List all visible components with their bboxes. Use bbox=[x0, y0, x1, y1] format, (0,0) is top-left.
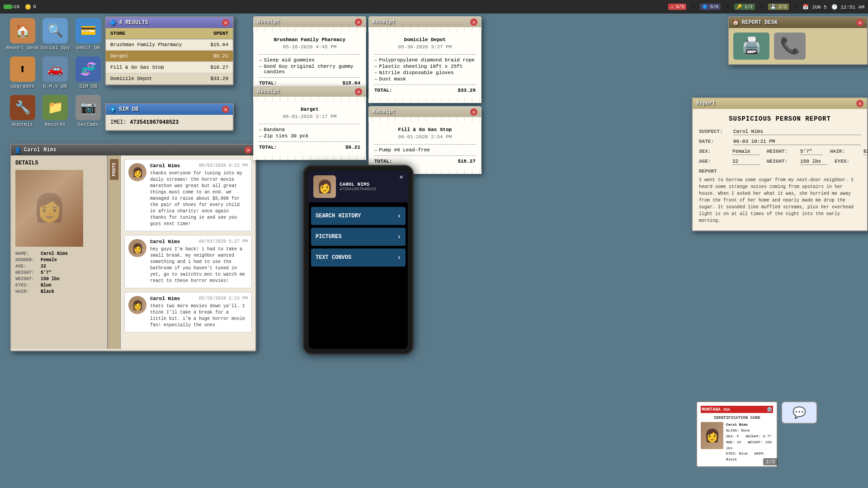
search-results-close[interactable]: ✕ bbox=[222, 19, 229, 26]
domicile-close[interactable]: ✕ bbox=[470, 19, 477, 26]
darget-title: Receipt bbox=[257, 89, 280, 95]
brushman-store-name: Brushman Family Pharmacy bbox=[259, 37, 360, 42]
message-bubble[interactable]: 💬 bbox=[781, 401, 817, 424]
darget-titlebar[interactable]: Receipt ✕ bbox=[254, 86, 366, 97]
suspicious-report-main-title: SUSPICIOUS PERSON REPORT bbox=[699, 115, 861, 122]
domicile-jagged-bottom bbox=[368, 99, 481, 103]
icon-report-desk[interactable]: 🏠 Report Desk bbox=[5, 18, 41, 51]
darget-item-2: –Zip ties 30 pck bbox=[259, 133, 360, 139]
phone-menu-pictures[interactable]: PICTURES › bbox=[311, 228, 406, 246]
details-heading: DETAILS bbox=[15, 160, 103, 166]
fillgo-title: Receipt bbox=[373, 109, 395, 115]
fillgo-item-1: –Pump #6 Lead-free bbox=[374, 147, 476, 153]
id-age: AGE: 22 WEIGHT: 150 lbs bbox=[726, 440, 773, 451]
table-row[interactable]: Darget$6.21 bbox=[106, 51, 233, 62]
brushman-title: Receipt bbox=[257, 19, 280, 25]
darget-close[interactable]: ✕ bbox=[355, 88, 362, 95]
icon-records[interactable]: 📁 Records bbox=[37, 95, 73, 127]
phone-menu-search-history[interactable]: SEARCH HISTORY › bbox=[311, 207, 406, 225]
tab-posts[interactable]: POSTS bbox=[110, 159, 118, 180]
fillgo-close[interactable]: ✕ bbox=[470, 108, 477, 116]
icon-debit-db[interactable]: 💳 Debit DB bbox=[70, 18, 106, 51]
sim-db-titlebar[interactable]: 💠 SIM DB ✕ bbox=[106, 104, 233, 115]
report-desk-title: 🏠 REPORT DESK bbox=[732, 19, 778, 26]
age-value: 22 bbox=[732, 159, 760, 165]
carol-titlebar[interactable]: 👤 Carol Nims ✕ bbox=[11, 145, 255, 155]
chevron-right-icon-3: › bbox=[397, 254, 401, 261]
time-display: 🕐 12:51 AM bbox=[831, 4, 864, 10]
id-name: Carol Nims bbox=[726, 422, 773, 428]
id-photo: 👩 bbox=[701, 422, 723, 449]
icon-seccams[interactable]: 📷 SecCams bbox=[70, 95, 106, 127]
fillgo-content: Fill & Go Gas Stop 06-01-2020 2:54 PM –P… bbox=[369, 122, 481, 169]
hair-value: Black bbox=[863, 149, 868, 155]
age-field: AGE: 22 bbox=[699, 159, 760, 165]
eyes-field: EYES: Blue bbox=[835, 159, 868, 165]
icon-dmv-db[interactable]: 🚗 D.M.V DB bbox=[37, 56, 73, 89]
fillgo-jagged-top bbox=[368, 117, 481, 122]
domicile-item-3: –Nitrile disposable gloves bbox=[374, 70, 476, 75]
date-label: DATE: bbox=[699, 139, 731, 144]
fillgo-titlebar[interactable]: Receipt ✕ bbox=[369, 107, 481, 117]
post-item: 👩 Carol Nims 06/03/2020 9:22 PM thanks e… bbox=[124, 159, 252, 231]
pagination: 1/2 bbox=[763, 458, 778, 465]
top-bar-right: ⚠ 0/5 – 🔷 5/6 – 🔑 1/2 – 💾 2/2 – 📅 JUN 5 … bbox=[668, 3, 864, 11]
icon-upgrades[interactable]: ⬆️ Upgrades bbox=[5, 56, 41, 89]
brushman-close[interactable]: ✕ bbox=[355, 19, 362, 26]
icon-upgrades-label: Upgrades bbox=[11, 84, 35, 89]
phone-menu: SEARCH HISTORY › PICTURES › TEXT CONVOS … bbox=[309, 202, 408, 349]
table-row[interactable]: Domicile Depot$33.29 bbox=[106, 73, 233, 84]
suspicious-report-title-bar: Report bbox=[696, 100, 716, 107]
icon-rootkit[interactable]: 🔧 RootKit bbox=[5, 95, 41, 127]
id-alias: ALIAS: None bbox=[726, 428, 773, 434]
domicile-jagged-top bbox=[368, 27, 481, 32]
imei-value: 473541967048523 bbox=[130, 119, 179, 126]
darget-total: TOTAL: $6.21 bbox=[259, 145, 360, 150]
post-name-0: Carol Nims bbox=[150, 163, 180, 169]
post-item: 👩 Carol Nims 06/03/2020 5:27 PM hey guys… bbox=[124, 235, 252, 288]
id-flag-icon: 🏛️ bbox=[767, 407, 772, 412]
phone-user-info: CAROL NIMS 473541967048523 bbox=[340, 182, 376, 192]
info-weight: WEIGHT: 150 lbs bbox=[15, 277, 103, 282]
suspicious-report-window: Report ✕ SUSPICIOUS PERSON REPORT SUSPEC… bbox=[692, 97, 868, 231]
phone-close-btn[interactable]: ✕ bbox=[400, 173, 403, 181]
post-item: 👩 Carol Nims 05/28/2020 2:13 PM thats tw… bbox=[124, 292, 252, 333]
sim-db-close[interactable]: ✕ bbox=[222, 106, 229, 113]
phone-menu-text-convos[interactable]: TEXT CONVOS › bbox=[311, 249, 406, 267]
table-row[interactable]: Brushman Family Pharmacy$15.64 bbox=[106, 39, 233, 51]
icon-sim-db[interactable]: 🧬 SIM DB bbox=[70, 56, 106, 89]
col-store: STORE bbox=[106, 28, 201, 39]
report-desk-titlebar[interactable]: 🏠 REPORT DESK ✕ bbox=[729, 17, 867, 28]
info-height: HEIGHT: 5'7" bbox=[15, 270, 103, 275]
icon-seccams-label: SecCams bbox=[78, 122, 99, 127]
suspicious-report-close[interactable]: ✕ bbox=[856, 100, 863, 107]
post-date-2: 05/28/2020 2:13 PM bbox=[199, 296, 248, 301]
suspicious-report-titlebar[interactable]: Report ✕ bbox=[693, 98, 867, 109]
post-date-1: 06/03/2020 5:27 PM bbox=[199, 239, 248, 244]
carol-close[interactable]: ✕ bbox=[245, 146, 252, 154]
brushman-receipt-window: Receipt ✕ Brushman Family Pharmacy 05-18… bbox=[253, 16, 366, 96]
brushman-titlebar[interactable]: Receipt ✕ bbox=[254, 17, 366, 28]
search-results-titlebar[interactable]: 🔷 4 RESULTS ✕ bbox=[106, 17, 233, 28]
domicile-titlebar[interactable]: Receipt ✕ bbox=[369, 17, 481, 28]
icon-social-spy[interactable]: 🔍 Social Spy bbox=[37, 18, 73, 51]
brushman-item-1: –Sleep aid gummies bbox=[259, 57, 360, 63]
weight-label: WEIGHT: bbox=[767, 159, 798, 164]
domicile-title: Receipt bbox=[373, 19, 395, 25]
post-text-0: thanks everyone for tuning into my daily… bbox=[150, 170, 248, 227]
fillgo-date: 06-01-2020 2:54 PM bbox=[374, 134, 476, 140]
hair-label: HAIR: bbox=[830, 149, 862, 154]
money-value: 0 bbox=[33, 4, 36, 9]
id-card-header: MONTANA USA 🏛️ bbox=[701, 406, 773, 413]
store-cell: Darget bbox=[106, 51, 201, 62]
money-indicator: 🪙 0 bbox=[25, 4, 36, 10]
height-value: 5'7" bbox=[800, 149, 823, 155]
table-row[interactable]: Fill & Go Gas Stop$18.27 bbox=[106, 62, 233, 73]
phone-window: ✕ 👩 CAROL NIMS 473541967048523 SEARCH HI… bbox=[303, 165, 414, 355]
report-desk-close[interactable]: ✕ bbox=[856, 19, 863, 26]
darget-jagged-bottom bbox=[253, 155, 366, 160]
domicile-item-4: –Dust mask bbox=[374, 76, 476, 82]
post-header-1: Carol Nims 06/03/2020 5:27 PM bbox=[150, 239, 248, 244]
carol-posts[interactable]: 👩 Carol Nims 06/03/2020 9:22 PM thanks e… bbox=[121, 155, 255, 349]
post-avatar-0: 👩 bbox=[128, 163, 146, 181]
